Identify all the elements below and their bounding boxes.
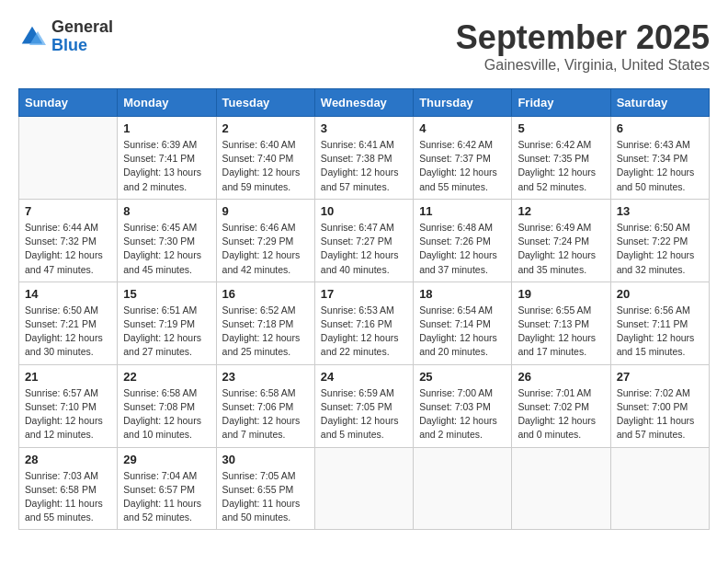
day-detail: Sunrise: 6:42 AM Sunset: 7:35 PM Dayligh… xyxy=(518,138,604,194)
day-number: 10 xyxy=(321,204,407,218)
calendar-cell: 4Sunrise: 6:42 AM Sunset: 7:37 PM Daylig… xyxy=(414,117,512,200)
day-number: 11 xyxy=(419,204,506,218)
day-detail: Sunrise: 6:49 AM Sunset: 7:24 PM Dayligh… xyxy=(518,221,604,277)
day-detail: Sunrise: 7:01 AM Sunset: 7:02 PM Dayligh… xyxy=(518,386,604,442)
day-detail: Sunrise: 7:00 AM Sunset: 7:03 PM Dayligh… xyxy=(419,386,506,442)
calendar-cell xyxy=(314,447,413,530)
calendar-cell: 19Sunrise: 6:55 AM Sunset: 7:13 PM Dayli… xyxy=(512,282,610,364)
day-detail: Sunrise: 6:55 AM Sunset: 7:13 PM Dayligh… xyxy=(518,304,604,360)
day-detail: Sunrise: 7:02 AM Sunset: 7:00 PM Dayligh… xyxy=(617,386,703,442)
page-header: General Blue September 2025 Gainesville,… xyxy=(18,18,710,74)
day-number: 5 xyxy=(518,121,604,135)
day-number: 15 xyxy=(123,287,210,301)
day-number: 30 xyxy=(222,453,309,466)
logo-text: General Blue xyxy=(51,18,113,55)
day-detail: Sunrise: 6:56 AM Sunset: 7:11 PM Dayligh… xyxy=(617,304,703,360)
day-detail: Sunrise: 7:04 AM Sunset: 6:57 PM Dayligh… xyxy=(123,469,210,525)
calendar-cell: 12Sunrise: 6:49 AM Sunset: 7:24 PM Dayli… xyxy=(512,199,610,282)
calendar-cell: 3Sunrise: 6:41 AM Sunset: 7:38 PM Daylig… xyxy=(314,117,413,200)
weekday-header: Friday xyxy=(512,89,610,117)
calendar-cell: 28Sunrise: 7:03 AM Sunset: 6:58 PM Dayli… xyxy=(19,447,118,530)
day-detail: Sunrise: 6:57 AM Sunset: 7:10 PM Dayligh… xyxy=(25,386,111,442)
week-row: 21Sunrise: 6:57 AM Sunset: 7:10 PM Dayli… xyxy=(19,364,710,447)
calendar-cell: 13Sunrise: 6:50 AM Sunset: 7:22 PM Dayli… xyxy=(610,199,709,282)
calendar-cell: 22Sunrise: 6:58 AM Sunset: 7:08 PM Dayli… xyxy=(118,364,216,447)
calendar-cell xyxy=(19,117,118,200)
calendar-cell: 27Sunrise: 7:02 AM Sunset: 7:00 PM Dayli… xyxy=(610,364,709,447)
calendar-cell: 11Sunrise: 6:48 AM Sunset: 7:26 PM Dayli… xyxy=(414,199,512,282)
day-detail: Sunrise: 6:58 AM Sunset: 7:06 PM Dayligh… xyxy=(222,386,309,442)
day-number: 7 xyxy=(25,204,111,218)
day-number: 28 xyxy=(25,453,111,466)
week-row: 28Sunrise: 7:03 AM Sunset: 6:58 PM Dayli… xyxy=(19,447,710,530)
day-detail: Sunrise: 6:47 AM Sunset: 7:27 PM Dayligh… xyxy=(321,221,407,277)
calendar-cell: 23Sunrise: 6:58 AM Sunset: 7:06 PM Dayli… xyxy=(216,364,314,447)
day-number: 23 xyxy=(222,370,309,384)
day-number: 14 xyxy=(25,287,111,301)
day-detail: Sunrise: 6:42 AM Sunset: 7:37 PM Dayligh… xyxy=(419,138,506,194)
calendar-cell: 17Sunrise: 6:53 AM Sunset: 7:16 PM Dayli… xyxy=(314,282,413,364)
weekday-header: Saturday xyxy=(610,89,709,117)
calendar-cell xyxy=(414,447,512,530)
day-number: 25 xyxy=(419,370,506,384)
day-number: 1 xyxy=(123,121,210,135)
day-detail: Sunrise: 7:03 AM Sunset: 6:58 PM Dayligh… xyxy=(25,469,111,525)
calendar-cell: 10Sunrise: 6:47 AM Sunset: 7:27 PM Dayli… xyxy=(314,199,413,282)
day-detail: Sunrise: 6:43 AM Sunset: 7:34 PM Dayligh… xyxy=(617,138,703,194)
weekday-header: Monday xyxy=(118,89,216,117)
day-detail: Sunrise: 6:50 AM Sunset: 7:21 PM Dayligh… xyxy=(25,304,111,360)
calendar-cell: 1Sunrise: 6:39 AM Sunset: 7:41 PM Daylig… xyxy=(118,117,216,200)
day-number: 26 xyxy=(518,370,604,384)
calendar-subtitle: Gainesville, Virginia, United States xyxy=(456,57,710,74)
day-detail: Sunrise: 6:53 AM Sunset: 7:16 PM Dayligh… xyxy=(321,304,407,360)
day-detail: Sunrise: 6:41 AM Sunset: 7:38 PM Dayligh… xyxy=(321,138,407,194)
day-number: 22 xyxy=(123,370,210,384)
day-detail: Sunrise: 6:39 AM Sunset: 7:41 PM Dayligh… xyxy=(123,138,210,194)
calendar-title: September 2025 xyxy=(456,18,710,57)
week-row: 14Sunrise: 6:50 AM Sunset: 7:21 PM Dayli… xyxy=(19,282,710,364)
day-detail: Sunrise: 6:40 AM Sunset: 7:40 PM Dayligh… xyxy=(222,138,309,194)
day-detail: Sunrise: 6:45 AM Sunset: 7:30 PM Dayligh… xyxy=(123,221,210,277)
calendar-cell xyxy=(512,447,610,530)
week-row: 1Sunrise: 6:39 AM Sunset: 7:41 PM Daylig… xyxy=(19,117,710,200)
day-detail: Sunrise: 6:50 AM Sunset: 7:22 PM Dayligh… xyxy=(617,221,703,277)
calendar-cell: 18Sunrise: 6:54 AM Sunset: 7:14 PM Dayli… xyxy=(414,282,512,364)
logo-general: General xyxy=(51,17,113,36)
calendar-cell: 24Sunrise: 6:59 AM Sunset: 7:05 PM Dayli… xyxy=(314,364,413,447)
day-number: 16 xyxy=(222,287,309,301)
day-detail: Sunrise: 6:44 AM Sunset: 7:32 PM Dayligh… xyxy=(25,221,111,277)
day-number: 9 xyxy=(222,204,309,218)
calendar-cell: 5Sunrise: 6:42 AM Sunset: 7:35 PM Daylig… xyxy=(512,117,610,200)
calendar-cell: 7Sunrise: 6:44 AM Sunset: 7:32 PM Daylig… xyxy=(19,199,118,282)
day-detail: Sunrise: 6:52 AM Sunset: 7:18 PM Dayligh… xyxy=(222,304,309,360)
logo-blue: Blue xyxy=(51,36,87,54)
day-number: 6 xyxy=(617,121,703,135)
weekday-header: Sunday xyxy=(19,89,118,117)
logo: General Blue xyxy=(18,18,113,55)
calendar-table: SundayMondayTuesdayWednesdayThursdayFrid… xyxy=(18,88,710,530)
day-detail: Sunrise: 6:54 AM Sunset: 7:14 PM Dayligh… xyxy=(419,304,506,360)
day-number: 24 xyxy=(321,370,407,384)
day-number: 20 xyxy=(617,287,703,301)
day-number: 3 xyxy=(321,121,407,135)
calendar-cell: 9Sunrise: 6:46 AM Sunset: 7:29 PM Daylig… xyxy=(216,199,314,282)
calendar-cell: 29Sunrise: 7:04 AM Sunset: 6:57 PM Dayli… xyxy=(118,447,216,530)
day-number: 18 xyxy=(419,287,506,301)
calendar-cell: 6Sunrise: 6:43 AM Sunset: 7:34 PM Daylig… xyxy=(610,117,709,200)
weekday-header: Thursday xyxy=(414,89,512,117)
day-detail: Sunrise: 6:46 AM Sunset: 7:29 PM Dayligh… xyxy=(222,221,309,277)
calendar-cell: 20Sunrise: 6:56 AM Sunset: 7:11 PM Dayli… xyxy=(610,282,709,364)
day-detail: Sunrise: 6:58 AM Sunset: 7:08 PM Dayligh… xyxy=(123,386,210,442)
calendar-cell xyxy=(610,447,709,530)
calendar-cell: 25Sunrise: 7:00 AM Sunset: 7:03 PM Dayli… xyxy=(414,364,512,447)
calendar-cell: 16Sunrise: 6:52 AM Sunset: 7:18 PM Dayli… xyxy=(216,282,314,364)
calendar-cell: 30Sunrise: 7:05 AM Sunset: 6:55 PM Dayli… xyxy=(216,447,314,530)
day-number: 13 xyxy=(617,204,703,218)
calendar-cell: 26Sunrise: 7:01 AM Sunset: 7:02 PM Dayli… xyxy=(512,364,610,447)
day-detail: Sunrise: 6:48 AM Sunset: 7:26 PM Dayligh… xyxy=(419,221,506,277)
day-number: 8 xyxy=(123,204,210,218)
day-number: 4 xyxy=(419,121,506,135)
day-detail: Sunrise: 6:51 AM Sunset: 7:19 PM Dayligh… xyxy=(123,304,210,360)
calendar-cell: 15Sunrise: 6:51 AM Sunset: 7:19 PM Dayli… xyxy=(118,282,216,364)
day-detail: Sunrise: 7:05 AM Sunset: 6:55 PM Dayligh… xyxy=(222,469,309,525)
